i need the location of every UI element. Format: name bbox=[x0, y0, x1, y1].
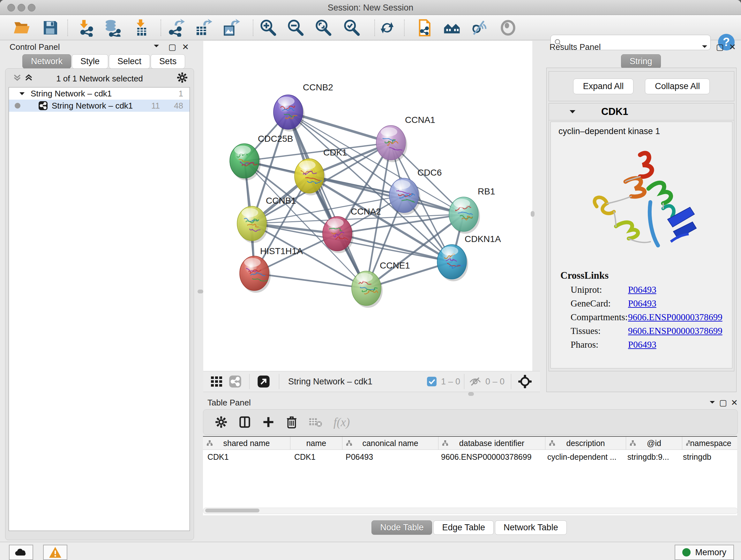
table-panel-float-icon[interactable]: ▢ bbox=[719, 398, 727, 408]
control-panel-menu-icon[interactable] bbox=[152, 43, 160, 49]
cloud-status-button[interactable] bbox=[9, 545, 33, 560]
table-cell[interactable]: 9606.ENSP00000378699 bbox=[436, 450, 543, 464]
tab-string[interactable]: String bbox=[621, 54, 661, 69]
table-panel-close-icon[interactable]: ✕ bbox=[731, 398, 738, 408]
string-network-icon bbox=[38, 101, 48, 111]
table-horizontal-scrollbar[interactable] bbox=[203, 508, 738, 514]
node-label: CCNA1 bbox=[405, 115, 435, 125]
table-cell[interactable]: P06493 bbox=[341, 450, 436, 464]
export-network-icon[interactable] bbox=[166, 18, 185, 37]
tab-network-table[interactable]: Network Table bbox=[495, 520, 567, 535]
network-node-hist1h1a[interactable]: HIST1H1A bbox=[240, 246, 303, 293]
import-network-icon[interactable] bbox=[77, 18, 96, 37]
table-cell[interactable]: cyclin-dependent ... bbox=[543, 450, 623, 464]
network-node-ccna1[interactable]: CCNA1 bbox=[376, 115, 435, 162]
column-header[interactable]: shared name bbox=[203, 437, 290, 449]
crosslink-link[interactable]: P06493 bbox=[628, 285, 657, 295]
results-panel-close-icon[interactable]: ✕ bbox=[729, 42, 736, 52]
enable-view-icon[interactable] bbox=[498, 18, 518, 37]
glasses-hide-icon[interactable] bbox=[470, 18, 489, 37]
tab-edge-table[interactable]: Edge Table bbox=[433, 520, 494, 535]
column-header[interactable]: namespace bbox=[682, 437, 737, 449]
expand-all-button[interactable]: Expand All bbox=[573, 78, 634, 94]
tab-style[interactable]: Style bbox=[72, 54, 108, 69]
scrollbar-thumb[interactable] bbox=[205, 509, 259, 512]
edge-count: 48 bbox=[174, 101, 183, 111]
node-label: CDKN1A bbox=[465, 234, 501, 244]
table-row[interactable]: CDK1CDK1P064939606.ENSP00000378699cyclin… bbox=[203, 450, 737, 464]
crosslink-link[interactable]: P06493 bbox=[628, 339, 657, 350]
network-node-rb1[interactable]: RB1 bbox=[449, 186, 495, 234]
collection-expand-icon[interactable] bbox=[18, 91, 25, 97]
export-image-icon[interactable] bbox=[221, 18, 241, 37]
column-header[interactable]: database identifier bbox=[439, 437, 545, 449]
network-edge[interactable] bbox=[254, 273, 366, 288]
open-session-icon[interactable] bbox=[12, 18, 31, 37]
gene-section-header[interactable]: CDK1 bbox=[549, 104, 734, 120]
column-header[interactable]: @id bbox=[626, 437, 682, 449]
network-options-gear-icon[interactable] bbox=[177, 72, 188, 83]
node-label: RB1 bbox=[478, 186, 495, 196]
cloud-icon bbox=[14, 547, 28, 557]
crosslink-link[interactable]: 9606.ENSP00000378699 bbox=[628, 326, 723, 336]
network-node-ccnb2[interactable]: CCNB2 bbox=[273, 82, 333, 132]
results-buttons-row: Expand All Collapse All bbox=[549, 71, 734, 101]
fit-selected-crosshair-icon[interactable] bbox=[518, 374, 532, 389]
control-panel-float-icon[interactable]: ▢ bbox=[168, 42, 176, 52]
add-column-icon[interactable] bbox=[262, 416, 275, 428]
memory-button[interactable]: Memory bbox=[675, 545, 734, 560]
left-splitter-handle[interactable] bbox=[198, 290, 203, 294]
column-header[interactable]: description bbox=[545, 437, 626, 449]
open-in-window-icon[interactable] bbox=[257, 375, 270, 388]
control-panel-close-icon[interactable]: ✕ bbox=[182, 42, 189, 52]
network-row[interactable]: String Network – cdk1 11 48 bbox=[9, 100, 190, 112]
crosslink-row: Pharos:P06493 bbox=[570, 339, 732, 350]
save-session-icon[interactable] bbox=[41, 18, 60, 37]
crosslink-link[interactable]: 9606.ENSP00000378699 bbox=[628, 312, 723, 322]
tab-select[interactable]: Select bbox=[109, 54, 150, 69]
string-file-import-icon[interactable] bbox=[414, 18, 434, 37]
table-settings-gear-icon[interactable] bbox=[215, 416, 227, 428]
network-collection-row[interactable]: String Network – cdk1 1 bbox=[9, 87, 190, 100]
zoom-fit-icon[interactable] bbox=[314, 18, 333, 37]
table-cell[interactable]: CDK1 bbox=[290, 450, 341, 464]
tab-sets[interactable]: Sets bbox=[151, 54, 185, 69]
tab-network[interactable]: Network bbox=[22, 54, 71, 69]
column-header[interactable]: canonical name bbox=[342, 437, 439, 449]
zoom-selected-icon[interactable] bbox=[342, 18, 361, 37]
network-edge[interactable] bbox=[288, 112, 366, 288]
results-panel-float-icon[interactable]: ▢ bbox=[716, 42, 724, 52]
table-cell[interactable]: stringdb:9... bbox=[623, 450, 678, 464]
show-columns-icon[interactable] bbox=[239, 416, 251, 428]
tab-node-table[interactable]: Node Table bbox=[372, 520, 432, 535]
crosslink-link[interactable]: P06493 bbox=[628, 298, 657, 309]
import-network-database-icon[interactable] bbox=[103, 18, 122, 37]
zoom-out-icon[interactable] bbox=[286, 18, 305, 37]
table-panel-menu-icon[interactable] bbox=[709, 399, 716, 406]
gene-collapse-icon[interactable] bbox=[569, 109, 576, 115]
refresh-icon[interactable] bbox=[378, 18, 397, 37]
results-panel-menu-icon[interactable] bbox=[701, 44, 709, 50]
export-table-icon[interactable] bbox=[194, 18, 213, 37]
zoom-in-icon[interactable] bbox=[259, 18, 278, 37]
string-view-icon[interactable] bbox=[229, 375, 242, 388]
collapse-all-button[interactable]: Collapse All bbox=[645, 78, 710, 94]
column-header-label: name bbox=[307, 439, 327, 448]
warnings-button[interactable] bbox=[43, 545, 67, 560]
import-table-icon[interactable] bbox=[132, 18, 151, 37]
birdseye-grid-icon[interactable] bbox=[210, 375, 223, 388]
delete-column-trash-icon[interactable] bbox=[286, 416, 298, 428]
network-node-ccnb1[interactable]: CCNB1 bbox=[237, 196, 296, 243]
table-cell[interactable]: CDK1 bbox=[203, 450, 290, 464]
string-home-icon[interactable] bbox=[442, 18, 461, 37]
right-splitter-handle[interactable] bbox=[531, 211, 535, 217]
network-node-cdkn1a[interactable]: CDKN1A bbox=[437, 234, 501, 281]
column-header[interactable]: name bbox=[290, 437, 342, 449]
hidden-eye-icon[interactable] bbox=[468, 376, 482, 387]
node-count: 11 bbox=[151, 101, 160, 111]
status-bar: Memory bbox=[0, 542, 741, 560]
network-node-ccne1[interactable]: CCNE1 bbox=[352, 260, 410, 308]
network-canvas[interactable]: CCNB2CCNA1CDC25BCDK1CDC6RB1CCNB1CCNA2CDK… bbox=[203, 41, 532, 371]
selected-checkbox-icon[interactable] bbox=[426, 376, 437, 387]
table-cell[interactable]: stringdb bbox=[678, 450, 735, 464]
